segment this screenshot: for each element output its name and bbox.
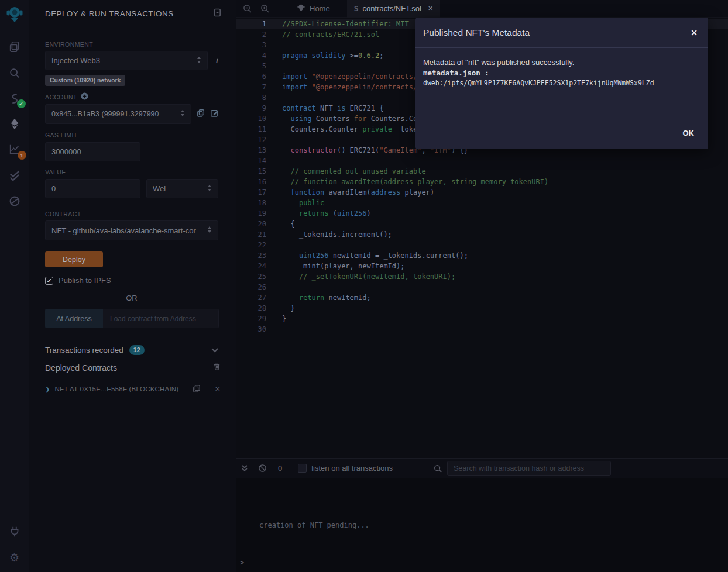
code-line: 17 function awardItem(address player) (236, 187, 728, 198)
indent-guide (280, 113, 280, 313)
or-divider: OR (45, 294, 218, 302)
select-caret-icon (180, 109, 185, 119)
settings-gear-icon[interactable]: ⚙ (8, 550, 22, 564)
code-line: 25 // _setTokenURI(newItemId, tokenURI); (236, 271, 728, 282)
expand-contract-chevron-icon[interactable]: ❯ (45, 386, 50, 392)
environment-label: ENVIRONMENT (45, 41, 236, 48)
account-select[interactable]: 0x845...B1aB3 (999991.3297990 (45, 104, 191, 124)
copy-contract-icon[interactable] (193, 384, 201, 394)
debugger-plugin-icon[interactable] (8, 194, 22, 208)
listen-transactions-checkbox[interactable] (298, 464, 307, 473)
published-metadata-modal: Published NFT's Metadata ✕ Metadata of "… (415, 18, 708, 149)
clear-deployed-trash-icon[interactable] (213, 363, 221, 373)
home-tab-icon (297, 4, 305, 14)
value-input[interactable]: 0 (45, 179, 140, 198)
clear-console-icon[interactable] (257, 464, 267, 473)
code-line: 14 (236, 156, 728, 166)
compile-success-badge: ✓ (17, 99, 26, 108)
pending-tx-count: 0 (278, 464, 282, 473)
terminal-toolbar: 0 listen on all transactions Search with… (236, 458, 728, 478)
metadata-filename: metadata.json : (423, 68, 700, 77)
deploy-button[interactable]: Deploy (45, 251, 103, 267)
copy-account-icon[interactable] (197, 109, 205, 119)
plugin-manager-icon[interactable] (8, 525, 22, 539)
modal-message: Metadata of "nft" was published successf… (423, 57, 700, 67)
terminal-output[interactable]: creation of NFT pending... > (236, 478, 728, 572)
code-line: 24 _mint(player, newItemId); (236, 261, 728, 271)
select-caret-icon (207, 184, 212, 194)
deployed-contracts-label: Deployed Contracts (45, 363, 117, 373)
plugin-docs-icon[interactable] (213, 8, 222, 19)
code-line: 27 return newItemId; (236, 292, 728, 303)
code-line: 15 // commented out unused variable (236, 166, 728, 177)
solidity-compiler-icon[interactable]: ✓ (8, 92, 22, 106)
transactions-recorded-label: Transactions recorded (45, 346, 123, 354)
terminal-prompt: > (240, 559, 244, 567)
search-plugin-icon[interactable] (8, 66, 22, 80)
value-label: VALUE (45, 168, 236, 175)
panel-title: DEPLOY & RUN TRANSACTIONS (45, 9, 174, 18)
zoom-out-icon[interactable] (238, 4, 256, 13)
publish-ipfs-checkbox[interactable]: ✔ (45, 277, 53, 285)
terminal-search-icon (434, 464, 442, 473)
code-line: 21 _tokenIds.increment(); (236, 229, 728, 240)
code-line: 30 (236, 324, 728, 335)
modal-close-icon[interactable]: ✕ (691, 28, 698, 37)
tab-contracts-nft-sol[interactable]: S contracts/NFT.sol ✕ (347, 0, 440, 18)
code-line: 20 { (236, 219, 728, 229)
transactions-count-badge: 12 (129, 345, 145, 355)
code-line: 19 returns (uint256) (236, 208, 728, 219)
deploy-run-icon[interactable] (8, 117, 22, 131)
gas-limit-label: GAS LIMIT (45, 132, 236, 139)
code-line: 26 (236, 282, 728, 292)
select-caret-icon (197, 56, 201, 66)
terminal-search-input[interactable]: Search with transaction hash or address (447, 461, 611, 476)
file-explorer-icon[interactable] (8, 40, 22, 54)
at-address-button[interactable]: At Address (45, 309, 103, 328)
sign-message-icon[interactable] (210, 109, 219, 120)
chevron-down-icon[interactable] (211, 344, 218, 355)
ipfs-link: dweb:/ipfs/QmYL9P1Z7KE6AQvKJPFF52SX1p2TE… (423, 79, 700, 87)
deployed-contract-label: NFT AT 0X15E...E558F (BLOCKCHAIN) (55, 385, 179, 392)
account-label: ACCOUNT (45, 92, 236, 101)
analysis-count-badge: 1 (18, 151, 26, 160)
code-line: 23 uint256 newItemId = _tokenIds.current… (236, 250, 728, 261)
close-tab-icon[interactable]: ✕ (428, 5, 433, 12)
static-analysis-icon[interactable]: 1 (8, 142, 22, 156)
terminal-log-line: creation of NFT pending... (259, 521, 369, 529)
gas-limit-input[interactable]: 3000000 (45, 142, 140, 161)
environment-select[interactable]: Injected Web3 (45, 51, 208, 70)
code-line: 28 } (236, 303, 728, 313)
modal-ok-button[interactable]: OK (683, 129, 695, 137)
contract-label: CONTRACT (45, 211, 236, 218)
publish-ipfs-label: Publish to IPFS (59, 276, 111, 285)
value-unit-select[interactable]: Wei (146, 179, 218, 198)
at-address-input[interactable]: Load contract from Address (103, 309, 219, 328)
code-line: 16 // function awardItem(address player,… (236, 177, 728, 187)
network-badge: Custom (10920) network (45, 75, 125, 86)
remove-contract-icon[interactable]: ✕ (215, 385, 221, 393)
add-account-icon[interactable] (81, 92, 88, 101)
icon-sidebar: ✓ 1 ⚙ (0, 0, 29, 572)
remix-logo-icon[interactable] (5, 5, 25, 25)
code-line: 22 (236, 240, 728, 250)
code-line: 29} (236, 313, 728, 324)
code-line: 18 public (236, 198, 728, 208)
solidity-file-icon: S (354, 4, 359, 13)
tab-bar: Home S contracts/NFT.sol ✕ (236, 0, 728, 18)
tab-home[interactable]: Home (290, 0, 337, 18)
unit-testing-icon[interactable] (8, 168, 22, 182)
select-caret-icon (207, 226, 212, 235)
modal-title: Published NFT's Metadata (423, 27, 530, 38)
zoom-in-icon[interactable] (256, 4, 273, 13)
remix-ide-window: ✓ 1 ⚙ (0, 0, 728, 572)
deploy-run-panel: DEPLOY & RUN TRANSACTIONS ENVIRONMENT In… (29, 0, 236, 572)
listen-transactions-label: listen on all transactions (311, 464, 393, 473)
contract-select[interactable]: NFT - github/ava-labs/avalanche-smart-co… (45, 220, 218, 240)
environment-info-icon[interactable]: i (216, 56, 218, 65)
collapse-terminal-icon[interactable] (239, 464, 250, 472)
